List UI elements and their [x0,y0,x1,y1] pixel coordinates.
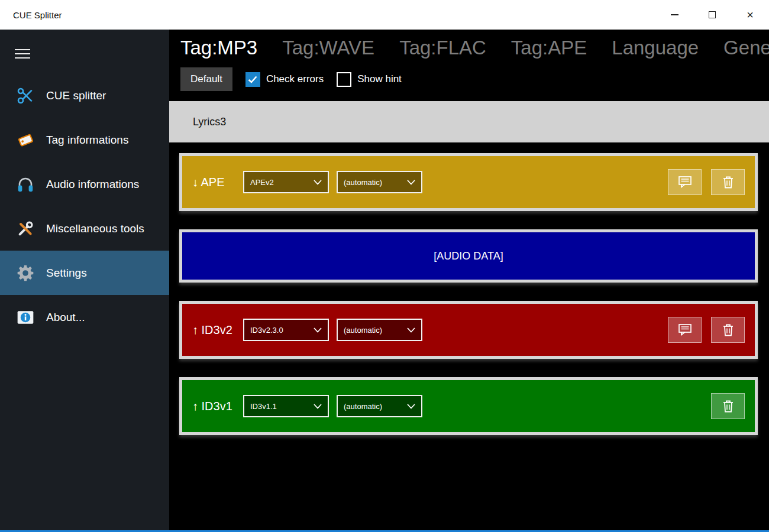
id3v2-hint-button[interactable] [668,317,702,343]
maximize-button[interactable] [693,0,731,30]
hamburger-icon [15,57,30,59]
info-icon [13,305,38,330]
id3v2-version-dropdown[interactable]: ID3v2.3.0 [243,319,329,341]
id3v1-version-value: ID3v1.1 [250,402,277,411]
ape-delete-button[interactable] [711,169,745,195]
sidebar-item-cue-splitter[interactable]: CUE splitter [0,73,169,118]
title-bar: CUE Splitter × [0,0,769,30]
headphones-icon [13,172,38,197]
ape-row-frame: ↓ APE APEv2 (automatic) [179,153,758,211]
tag-icon [13,128,38,153]
minimize-icon [671,14,678,15]
tab-language[interactable]: Language [612,37,699,59]
close-icon: × [747,9,754,21]
trash-icon [722,175,735,189]
main-content: Tag:MP3 Tag:WAVE Tag:FLAC Tag:APE Langua… [169,30,769,530]
id3v2-mode-dropdown[interactable]: (automatic) [337,319,422,341]
tag-layout-list: ↓ APE APEv2 (automatic) [179,153,758,453]
ape-hint-button[interactable] [668,169,702,195]
sidebar-item-miscellaneous-tools[interactable]: Miscellaneous tools [0,206,169,251]
close-button[interactable]: × [731,0,769,30]
hamburger-menu-button[interactable] [15,46,30,61]
hamburger-icon [15,49,30,50]
tab-tag-flac[interactable]: Tag:FLAC [399,37,486,59]
ape-mode-value: (automatic) [344,178,382,187]
tab-general[interactable]: General [723,37,769,59]
sidebar-item-label: Miscellaneous tools [46,222,144,235]
gear-icon [13,261,38,286]
minimize-button[interactable] [655,0,693,30]
chevron-down-icon [407,327,415,333]
lyrics3-item[interactable]: Lyrics3 [169,101,769,142]
hint-bubble-icon [678,176,692,189]
tools-icon [13,216,38,241]
hint-bubble-icon [678,323,692,336]
ape-row-label: ↓ APE [192,176,243,189]
id3v1-row-label: ↑ ID3v1 [192,400,243,413]
sidebar-item-about[interactable]: About... [0,295,169,339]
sidebar-item-tag-informations[interactable]: Tag informations [0,118,169,162]
tab-tag-ape[interactable]: Tag:APE [511,37,587,59]
trash-icon [722,399,735,413]
lyrics3-label: Lyrics3 [193,116,226,128]
sidebar-item-label: About... [46,311,85,324]
show-hint-label: Show hint [357,73,402,85]
sidebar-item-label: Settings [46,267,87,280]
ape-row: ↓ APE APEv2 (automatic) [182,156,755,208]
check-errors-label: Check errors [266,73,324,85]
audio-data-band: [AUDIO DATA] [182,232,755,280]
window-title: CUE Splitter [0,10,62,20]
sidebar-item-label: Tag informations [46,134,128,147]
tab-bar: Tag:MP3 Tag:WAVE Tag:FLAC Tag:APE Langua… [169,30,769,59]
ape-version-dropdown[interactable]: APEv2 [243,171,329,193]
check-errors-checkbox[interactable] [245,72,260,87]
default-button[interactable]: Default [180,67,232,91]
chevron-down-icon [407,180,415,185]
sidebar: CUE splitter Tag informations Audio info… [0,30,169,530]
id3v2-mode-value: (automatic) [344,326,382,335]
check-icon [248,76,257,83]
chevron-down-icon [407,404,415,409]
maximize-icon [709,11,716,18]
id3v1-mode-dropdown[interactable]: (automatic) [337,395,422,417]
tab-tag-mp3[interactable]: Tag:MP3 [180,37,257,59]
trash-icon [722,323,735,337]
show-hint-checkbox[interactable] [337,72,351,87]
id3v1-row: ↑ ID3v1 ID3v1.1 (automatic) [182,380,755,432]
audio-data-label: [AUDIO DATA] [434,250,503,262]
chevron-down-icon [314,404,322,409]
tab-tag-wave[interactable]: Tag:WAVE [282,37,374,59]
id3v1-row-frame: ↑ ID3v1 ID3v1.1 (automatic) [179,377,758,435]
id3v1-delete-button[interactable] [711,393,745,419]
chevron-down-icon [314,327,322,333]
id3v1-mode-value: (automatic) [344,402,382,411]
id3v1-version-dropdown[interactable]: ID3v1.1 [243,395,329,417]
audio-data-frame: [AUDIO DATA] [179,229,758,283]
id3v2-row-frame: ↑ ID3v2 ID3v2.3.0 (automatic) [179,301,758,359]
chevron-down-icon [314,180,322,185]
scissors-icon [13,83,38,108]
ape-version-value: APEv2 [250,178,274,187]
id3v2-delete-button[interactable] [711,317,745,343]
sidebar-item-label: Audio informations [46,178,139,191]
sidebar-item-label: CUE splitter [46,89,106,102]
id3v2-row: ↑ ID3v2 ID3v2.3.0 (automatic) [182,304,755,356]
hamburger-icon [15,53,30,54]
sidebar-item-audio-informations[interactable]: Audio informations [0,162,169,206]
ape-mode-dropdown[interactable]: (automatic) [337,171,422,193]
window-controls: × [655,0,769,30]
settings-toolbar: Default Check errors Show hint [180,67,769,92]
sidebar-item-settings[interactable]: Settings [0,251,169,295]
id3v2-version-value: ID3v2.3.0 [250,326,283,335]
id3v2-row-label: ↑ ID3v2 [192,323,243,337]
app-window: CUE Splitter × CUE splitter [0,0,769,532]
